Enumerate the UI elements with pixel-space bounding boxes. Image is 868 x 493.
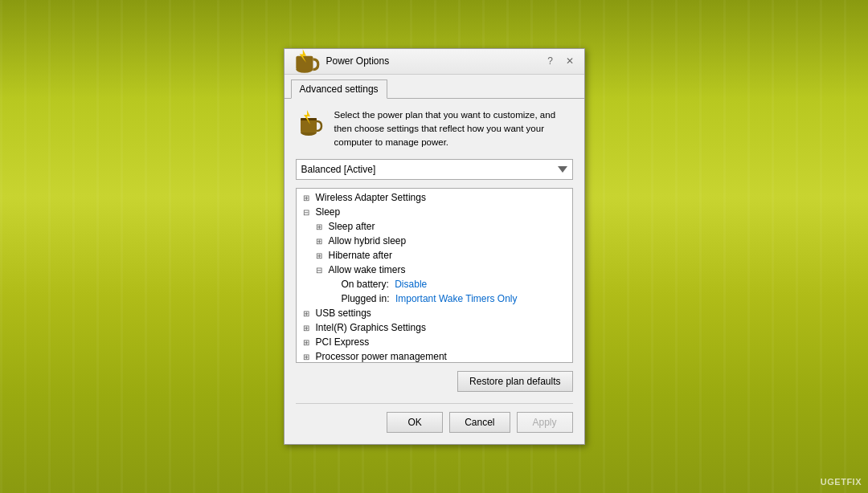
description-box: Select the power plan that you want to c… xyxy=(296,108,573,150)
label-on-battery-value[interactable]: Disable xyxy=(395,279,427,290)
watermark: UGETFIX xyxy=(821,477,862,487)
label-intel-graphics: Intel(R) Graphics Settings xyxy=(316,322,426,333)
label-on-battery-prefix: On battery: xyxy=(342,279,392,290)
label-plugged-in-value[interactable]: Important Wake Timers Only xyxy=(395,293,518,304)
list-item-hibernate[interactable]: ⊞ Hibernate after xyxy=(297,248,572,263)
description-text: Select the power plan that you want to c… xyxy=(334,108,573,150)
label-pci-express: PCI Express xyxy=(316,336,370,348)
help-button[interactable]: ? xyxy=(542,53,559,69)
expand-icon-usb: ⊞ xyxy=(303,309,313,318)
label-processor: Processor power management xyxy=(316,351,447,362)
list-item-hybrid-sleep[interactable]: ⊞ Allow hybrid sleep xyxy=(297,234,572,248)
expand-icon-sleep: ⊟ xyxy=(303,208,313,217)
list-item-sleep[interactable]: ⊟ Sleep xyxy=(297,205,572,219)
power-options-dialog: Power Options ? ✕ Advanced settings Sele… xyxy=(284,48,585,446)
power-plan-row: Balanced [Active] Power saver High perfo… xyxy=(296,159,573,180)
power-options-icon xyxy=(291,46,321,76)
restore-defaults-button[interactable]: Restore plan defaults xyxy=(457,371,572,392)
expand-icon-wireless: ⊞ xyxy=(303,194,313,202)
expand-icon-hybrid-sleep: ⊞ xyxy=(316,237,326,246)
dialog-content: Select the power plan that you want to c… xyxy=(285,99,584,445)
title-bar: Power Options ? ✕ xyxy=(285,49,584,75)
svg-rect-1 xyxy=(296,56,313,70)
title-bar-right: ? ✕ xyxy=(542,53,578,69)
svg-rect-5 xyxy=(301,118,317,120)
power-plan-dropdown[interactable]: Balanced [Active] Power saver High perfo… xyxy=(296,159,573,180)
settings-list-container[interactable]: ⊞ Wireless Adapter Settings ⊟ Sleep ⊞ Sl… xyxy=(296,188,573,363)
expand-icon-hibernate: ⊞ xyxy=(316,251,326,260)
ok-button[interactable]: OK xyxy=(387,412,443,433)
close-button[interactable]: ✕ xyxy=(562,53,578,69)
list-item-wake-timers[interactable]: ★ ⊟ Allow wake timers xyxy=(297,263,572,277)
label-sleep-after: Sleep after xyxy=(329,221,375,232)
label-hibernate: Hibernate after xyxy=(329,250,392,261)
list-item-sleep-after[interactable]: ⊞ Sleep after xyxy=(297,219,572,234)
list-item-pci-express[interactable]: ⊞ PCI Express xyxy=(297,335,572,349)
expand-icon-sleep-after: ⊞ xyxy=(316,222,326,231)
button-row: OK Cancel Apply xyxy=(296,412,573,434)
divider xyxy=(296,403,573,404)
list-item-wireless[interactable]: ⊞ Wireless Adapter Settings xyxy=(297,190,572,205)
expand-icon-processor: ⊞ xyxy=(303,352,313,361)
title-bar-left: Power Options xyxy=(291,46,390,76)
restore-row: Restore plan defaults xyxy=(296,371,573,392)
list-item-on-battery[interactable]: ⊞ On battery: Disable xyxy=(297,277,572,291)
list-item-plugged-in[interactable]: ⊞ Plugged in: Important Wake Timers Only xyxy=(297,291,572,306)
list-item-intel-graphics[interactable]: ⊞ Intel(R) Graphics Settings xyxy=(297,320,572,335)
settings-list: ⊞ Wireless Adapter Settings ⊟ Sleep ⊞ Sl… xyxy=(297,189,572,363)
tab-bar: Advanced settings xyxy=(285,75,584,99)
expand-icon-pci-express: ⊞ xyxy=(303,338,313,347)
label-hybrid-sleep: Allow hybrid sleep xyxy=(329,235,407,246)
expand-icon-wake-timers: ⊟ xyxy=(316,266,326,275)
dialog-title: Power Options xyxy=(326,55,390,67)
label-sleep: Sleep xyxy=(316,206,341,218)
expand-icon-intel-graphics: ⊞ xyxy=(303,324,313,332)
apply-button[interactable]: Apply xyxy=(517,412,573,433)
label-plugged-in-prefix: Plugged in: xyxy=(342,293,392,304)
description-icon xyxy=(296,108,326,139)
list-item-processor[interactable]: ⊞ Processor power management xyxy=(297,349,572,363)
tab-advanced-settings[interactable]: Advanced settings xyxy=(291,79,387,99)
label-wake-timers: Allow wake timers xyxy=(329,264,406,275)
label-usb: USB settings xyxy=(316,308,371,319)
label-wireless: Wireless Adapter Settings xyxy=(316,192,426,203)
list-item-usb[interactable]: ⊞ USB settings xyxy=(297,306,572,320)
cancel-button[interactable]: Cancel xyxy=(449,412,510,433)
